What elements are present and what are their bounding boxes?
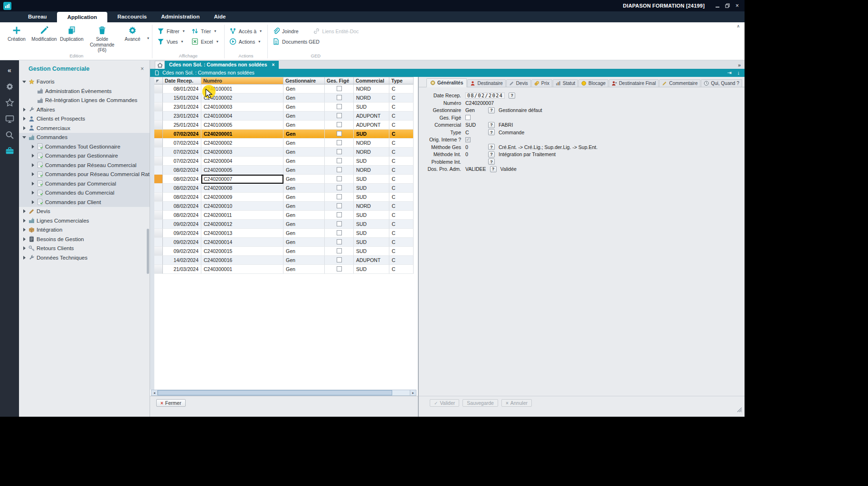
row-marker[interactable] [154, 220, 163, 229]
field-checkbox-orig-interne[interactable]: ✓ [465, 137, 471, 142]
tree-item-donnees-techniques[interactable]: Données Techniques [19, 253, 150, 262]
cell-commercial[interactable]: SUD [354, 229, 389, 238]
cell-commercial[interactable]: SUD [354, 220, 389, 229]
cell-type[interactable]: C [389, 265, 414, 274]
ges-fige-checkbox[interactable] [337, 248, 342, 253]
cell-numero[interactable]: C240100003 [201, 103, 283, 112]
cell-ges-fige[interactable] [325, 175, 354, 184]
cell-gestionnaire[interactable]: Gen [283, 256, 325, 265]
cell-type[interactable]: C [389, 139, 414, 148]
cell-date-recep[interactable]: 09/02/2024 [163, 247, 201, 256]
table-row[interactable]: 15/01/2024C240100002GenNORDC [154, 93, 418, 103]
cell-gestionnaire[interactable]: Gen [283, 184, 325, 193]
documents-ged-button[interactable]: Documents GED [273, 38, 320, 45]
cell-numero[interactable]: C240200004 [201, 157, 283, 166]
help-button[interactable]: ? [488, 129, 495, 135]
cell-numero[interactable]: C240200005 [201, 166, 283, 175]
field-value-type[interactable]: C [465, 130, 484, 135]
tab-overflow-icon[interactable]: » [738, 62, 741, 68]
row-marker[interactable] [154, 247, 163, 256]
row-marker[interactable] [154, 193, 163, 202]
help-button[interactable]: ? [488, 122, 495, 128]
row-marker[interactable] [154, 148, 163, 157]
cell-numero[interactable]: C240200007 [201, 175, 283, 184]
cell-date-recep[interactable]: 07/02/2024 [163, 148, 201, 157]
help-button[interactable]: ? [488, 107, 495, 113]
detail-tab-prix[interactable]: Prix [531, 79, 552, 87]
cell-numero[interactable]: C240200001 [201, 130, 283, 139]
table-row[interactable]: 08/02/2024C240200011GenSUDC [154, 211, 418, 220]
column-header-ges-fige[interactable]: Ges. Figé [325, 77, 354, 84]
cell-commercial[interactable]: SUD [354, 211, 389, 220]
detail-tab-generalites[interactable]: Généralités [426, 78, 467, 87]
fermer-button[interactable]: × Fermer [156, 399, 186, 407]
cell-numero[interactable]: C240200014 [201, 238, 283, 247]
cell-date-recep[interactable]: 23/01/2024 [163, 112, 201, 121]
row-marker[interactable] [154, 256, 163, 265]
tree-item-devis[interactable]: Devis [19, 207, 150, 216]
cell-date-recep[interactable]: 15/01/2024 [163, 93, 201, 103]
cell-numero[interactable]: C240100005 [201, 121, 283, 130]
ges-fige-checkbox[interactable] [337, 257, 342, 262]
filtrer-dropdown-icon[interactable]: ▾ [182, 29, 186, 33]
cell-numero[interactable]: C240200010 [201, 202, 283, 211]
cell-date-recep[interactable]: 09/02/2024 [163, 238, 201, 247]
filtrer-button[interactable]: Filtrer▾ [157, 28, 191, 35]
column-header-gestionnaire[interactable]: Gestionnaire [283, 77, 325, 84]
table-row[interactable]: 23/01/2024C240100004GenADUPONTC [154, 112, 418, 121]
cell-gestionnaire[interactable]: Gen [283, 211, 325, 220]
table-row[interactable]: 09/02/2024C240200015GenSUDC [154, 247, 418, 256]
menu-aide[interactable]: Aide [207, 11, 233, 22]
cell-type[interactable]: C [389, 84, 414, 93]
trier-button[interactable]: Trier▾ [191, 28, 217, 35]
cell-gestionnaire[interactable]: Gen [283, 112, 325, 121]
tree-item-clients-et-prospects[interactable]: Clients et Prospects [19, 114, 150, 124]
ges-fige-checkbox[interactable] [337, 167, 342, 172]
cell-date-recep[interactable]: 08/01/2024 [163, 84, 201, 93]
table-row[interactable]: 09/02/2024C240200013GenSUDC [154, 229, 418, 238]
cell-ges-fige[interactable] [325, 220, 354, 229]
cell-gestionnaire[interactable]: Gen [283, 247, 325, 256]
table-row[interactable]: 07/02/2024C240200002GenNORDC [154, 139, 418, 148]
cell-date-recep[interactable]: 07/02/2024 [163, 157, 201, 166]
cell-date-recep[interactable]: 07/02/2024 [163, 130, 201, 139]
cell-numero[interactable]: C240200015 [201, 247, 283, 256]
cell-gestionnaire[interactable]: Gen [283, 93, 325, 103]
avance-button[interactable]: Avancé [119, 23, 146, 53]
select-all-corner[interactable] [154, 77, 163, 84]
cell-type[interactable]: C [389, 211, 414, 220]
row-marker[interactable] [154, 166, 163, 175]
cell-gestionnaire[interactable]: Gen [283, 148, 325, 157]
minimize-button[interactable] [712, 1, 722, 10]
tree-item-favoris[interactable]: Favoris [19, 77, 150, 87]
home-tab[interactable] [155, 61, 165, 69]
cell-date-recep[interactable]: 08/02/2024 [163, 184, 201, 193]
field-value-dos-pro-adm[interactable]: VALIDEE [465, 166, 486, 172]
row-marker[interactable] [154, 265, 163, 274]
sauvegarde-button[interactable]: Sauvegarde [462, 399, 498, 407]
ges-fige-checkbox[interactable] [337, 239, 342, 244]
cell-type[interactable]: C [389, 148, 414, 157]
chevron-right-icon[interactable] [22, 116, 27, 121]
table-row[interactable]: 25/01/2024C240100005GenADUPONTC [154, 121, 418, 130]
cell-type[interactable]: C [389, 202, 414, 211]
tree-item-commandes-par-reseau-commercial[interactable]: Commandes par Réseau Commercial [19, 160, 150, 170]
cell-type[interactable]: C [389, 238, 414, 247]
cell-gestionnaire[interactable]: Gen [283, 157, 325, 166]
acces-a-button[interactable]: Accès à▾ [229, 28, 263, 35]
chevron-right-icon[interactable] [22, 255, 27, 260]
row-marker[interactable] [154, 103, 163, 112]
cell-date-recep[interactable]: 08/02/2024 [163, 175, 201, 184]
trier-dropdown-icon[interactable]: ▾ [213, 29, 217, 33]
cell-gestionnaire[interactable]: Gen [283, 238, 325, 247]
cell-date-recep[interactable]: 07/02/2024 [163, 139, 201, 148]
detail-tab-commentaire[interactable]: Commentaire [659, 79, 700, 87]
cell-commercial[interactable]: SUD [354, 193, 389, 202]
cell-gestionnaire[interactable]: Gen [283, 139, 325, 148]
field-value-commercial[interactable]: SUD [465, 122, 484, 128]
cell-numero[interactable]: C240300001 [201, 265, 283, 274]
collapse-left-icon[interactable]: « [5, 66, 14, 75]
table-row[interactable]: 07/02/2024C240200004GenSUDC [154, 157, 418, 166]
ges-fige-checkbox[interactable] [337, 212, 342, 217]
cell-numero[interactable]: C240200009 [201, 193, 283, 202]
